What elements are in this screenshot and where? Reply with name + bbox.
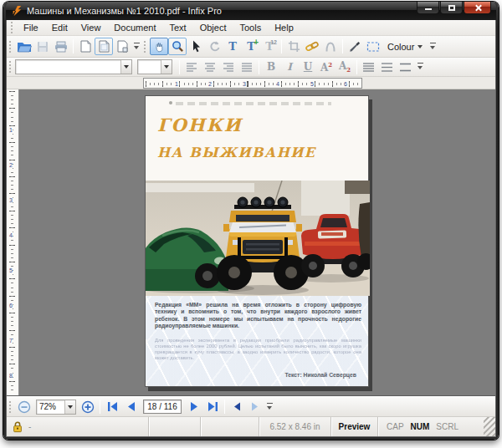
rotate-icon — [208, 40, 221, 53]
last-page-button[interactable] — [203, 399, 222, 415]
menu-object[interactable]: Object — [193, 21, 233, 34]
superscript-button[interactable]: A2 — [317, 59, 336, 76]
keyboard-status-cell: CAP NUM SCRL — [378, 417, 467, 436]
hyperlink-button[interactable] — [303, 38, 321, 55]
page-layout-continuous-button[interactable] — [113, 38, 131, 55]
menu-tools[interactable]: Tools — [233, 21, 268, 34]
first-page-button[interactable] — [103, 399, 121, 415]
menubar-grip[interactable] — [10, 22, 14, 33]
ruler-number: 2 — [207, 80, 213, 88]
history-forward-button[interactable] — [246, 399, 264, 415]
reshape-curve-button[interactable] — [321, 38, 340, 55]
eyedropper-button[interactable] — [346, 38, 364, 55]
line-spacing-15-button[interactable] — [378, 59, 397, 76]
separator — [100, 400, 100, 414]
next-page-button[interactable] — [185, 399, 203, 415]
ruler-number: 3 — [9, 196, 13, 205]
num-lock-indicator: NUM — [407, 422, 433, 431]
document-canvas[interactable]: Гонки на выживание — [19, 89, 495, 395]
colour-button-label: Colour — [387, 42, 414, 52]
menu-help[interactable]: Help — [268, 21, 300, 34]
colour-button[interactable]: Colour — [382, 39, 428, 54]
line-spacing-single-button[interactable] — [360, 59, 378, 76]
crop-button[interactable] — [284, 38, 303, 55]
text-tool-button[interactable]: T — [223, 38, 242, 55]
align-left-button[interactable] — [182, 59, 201, 76]
menu-text[interactable]: Text — [163, 21, 193, 34]
rotate-tool-button[interactable] — [205, 38, 223, 55]
page-layout-facing-button[interactable] — [95, 38, 113, 55]
print-button[interactable] — [52, 38, 70, 55]
ruler-number: 5 — [9, 267, 13, 275]
font-family-dropdown[interactable] — [120, 60, 131, 74]
page-layout-single-button[interactable] — [76, 38, 95, 55]
menu-file[interactable]: File — [17, 21, 45, 34]
zoom-tool-button[interactable] — [168, 38, 187, 55]
align-center-button[interactable] — [201, 59, 219, 76]
menu-view[interactable]: View — [74, 21, 108, 34]
first-page-icon — [106, 401, 119, 412]
save-button[interactable] — [33, 38, 52, 55]
prev-page-icon — [126, 401, 136, 412]
hand-pan-icon — [153, 41, 165, 53]
text-edit-icon: T — [228, 41, 237, 52]
italic-button[interactable]: I — [280, 59, 299, 76]
marquee-select-button[interactable] — [364, 38, 382, 55]
menu-document[interactable]: Document — [107, 21, 162, 34]
vertical-ruler: 1 2 3 4 5 6 7 8 — [7, 89, 19, 395]
align-center-icon — [205, 63, 216, 72]
font-size-select[interactable] — [137, 59, 172, 74]
align-justify-icon — [242, 63, 253, 72]
pdf-page[interactable]: Гонки на выживание — [145, 95, 369, 387]
bold-button[interactable]: B — [262, 59, 280, 76]
maximize-button[interactable] — [440, 2, 463, 14]
zoom-out-button[interactable] — [15, 399, 33, 415]
align-right-button[interactable] — [219, 59, 238, 76]
toolbar-overflow-button[interactable] — [416, 59, 425, 75]
toolbar-grip[interactable] — [8, 401, 13, 413]
toolbar-overflow-button[interactable] — [265, 399, 274, 415]
padlock-icon — [12, 420, 23, 433]
menubar: File Edit View Document Text Object Tool… — [7, 20, 495, 36]
caps-lock-indicator: CAP — [383, 422, 407, 431]
ruler-number: 6 — [9, 302, 13, 310]
menu-edit[interactable]: Edit — [45, 21, 74, 34]
close-button[interactable] — [464, 2, 491, 14]
toolbar-grip[interactable] — [143, 41, 147, 53]
toolbar-overflow-button[interactable] — [132, 38, 141, 55]
select-tool-button[interactable] — [187, 38, 205, 55]
zoom-level-dropdown[interactable] — [64, 400, 75, 414]
subscript-button[interactable]: A2 — [336, 59, 354, 76]
history-back-button[interactable] — [228, 399, 246, 415]
article-title-line2: на выживание — [157, 145, 316, 160]
text-add-button[interactable]: T + — [242, 38, 260, 55]
resize-grip-icon[interactable] — [484, 417, 495, 436]
zoom-magnifier-icon — [172, 40, 184, 53]
prev-page-button[interactable] — [121, 399, 140, 415]
desktop: Машины и Механизмы №1 2010.pdf - Infix P… — [0, 0, 502, 448]
toolbar-grip[interactable] — [8, 41, 13, 53]
zoom-in-button[interactable] — [79, 399, 97, 415]
zoom-level-combo[interactable]: 72% — [36, 400, 76, 415]
toolbar-overflow-button[interactable] — [428, 38, 438, 55]
align-justify-button[interactable] — [238, 59, 256, 76]
toolbar-grip[interactable] — [8, 61, 13, 73]
toy-cars-photo — [146, 181, 370, 296]
open-button[interactable] — [15, 38, 33, 55]
text-size-button[interactable]: T 12 — [260, 38, 279, 55]
font-size-dropdown[interactable] — [161, 60, 172, 74]
line-spacing-double-button[interactable] — [397, 59, 415, 76]
chevron-down-icon — [417, 45, 423, 51]
minimize-button[interactable] — [417, 2, 439, 14]
document-area: 1 2 3 4 5 6 7 8 Гонки на выживание — [7, 89, 495, 396]
font-family-select[interactable] — [15, 59, 132, 74]
page-number-field[interactable]: 18 / 116 — [143, 400, 182, 414]
hyperlink-icon — [305, 41, 319, 52]
separator — [356, 60, 357, 74]
underline-button[interactable]: U — [299, 59, 317, 76]
hand-tool-button[interactable] — [150, 38, 168, 55]
superscript-icon: A2 — [320, 61, 332, 74]
titlebar[interactable]: Машины и Механизмы №1 2010.pdf - Infix P… — [6, 2, 496, 20]
client-area: File Edit View Document Text Object Tool… — [6, 20, 496, 437]
ruler-number: 1 — [9, 126, 13, 135]
